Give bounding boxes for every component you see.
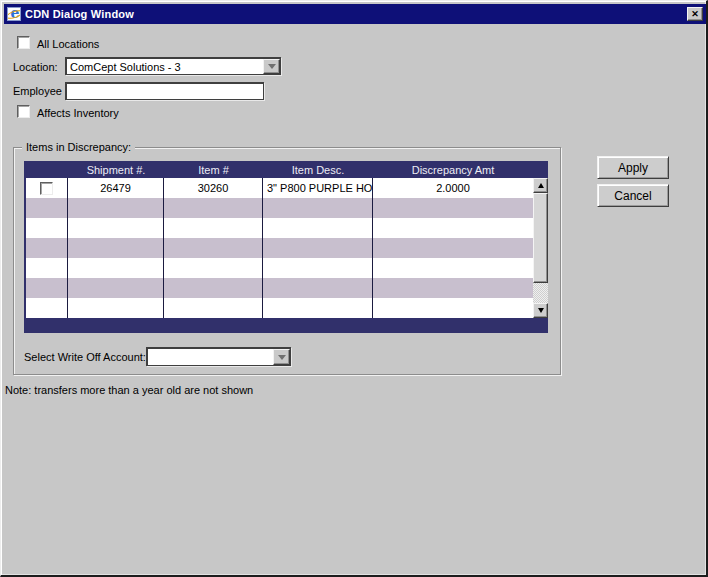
apply-button[interactable]: Apply <box>597 156 669 179</box>
row-checkbox[interactable] <box>40 182 53 195</box>
affects-inventory-label: Affects Inventory <box>37 107 119 119</box>
close-icon[interactable]: ✕ <box>687 7 703 21</box>
table-row[interactable]: 26479 30260 3" P800 PURPLE HO 2.0000 <box>26 178 533 198</box>
grid-footer <box>24 318 548 333</box>
all-locations-label: All Locations <box>37 38 99 50</box>
scrollbar-track[interactable] <box>533 283 548 303</box>
cell-shipment: 26479 <box>68 178 164 198</box>
location-combobox[interactable]: ComCept Solutions - 3 <box>65 57 281 75</box>
table-row-empty <box>26 298 533 318</box>
table-row-empty <box>26 198 533 218</box>
column-header-shipment: Shipment #. <box>68 164 164 176</box>
chevron-down-icon <box>278 355 286 360</box>
column-header-item: Item # <box>164 164 263 176</box>
write-off-combobox[interactable] <box>146 347 291 366</box>
location-dropdown-button[interactable] <box>263 59 280 74</box>
scrollbar-thumb[interactable] <box>533 193 548 283</box>
app-icon: e <box>7 7 21 21</box>
title-bar[interactable]: e CDN Dialog Window ✕ <box>4 4 706 24</box>
cell-desc: 3" P800 PURPLE HO <box>263 178 373 198</box>
location-value: ComCept Solutions - 3 <box>67 59 263 74</box>
column-header-amount: Discrepancy Amt <box>373 164 533 176</box>
employee-label: Employee <box>13 85 62 97</box>
group-title: Items in Discrepancy: <box>22 141 135 153</box>
chevron-down-icon <box>268 64 276 69</box>
location-label: Location: <box>13 61 58 73</box>
scroll-down-icon[interactable] <box>533 303 548 318</box>
cell-item: 30260 <box>164 178 263 198</box>
table-row-empty <box>26 238 533 258</box>
table-row-empty <box>26 278 533 298</box>
grid-body: 26479 30260 3" P800 PURPLE HO 2.0000 <box>26 178 533 318</box>
table-row-empty <box>26 218 533 238</box>
table-row-empty <box>26 258 533 278</box>
cancel-button[interactable]: Cancel <box>597 184 669 207</box>
employee-input[interactable] <box>65 82 264 100</box>
write-off-label: Select Write Off Account: <box>24 351 146 363</box>
affects-inventory-checkbox[interactable] <box>17 105 30 118</box>
cell-amount: 2.0000 <box>373 178 533 198</box>
vertical-scrollbar[interactable] <box>533 178 548 318</box>
items-in-discrepancy-group: Items in Discrepancy: Shipment #. Item #… <box>13 147 561 375</box>
scroll-up-icon[interactable] <box>533 178 548 193</box>
dialog-window: e CDN Dialog Window ✕ All Locations Loca… <box>0 0 708 577</box>
all-locations-checkbox[interactable] <box>17 36 30 49</box>
column-header-desc: Item Desc. <box>263 164 373 176</box>
window-title: CDN Dialog Window <box>25 8 687 20</box>
write-off-value <box>148 349 273 365</box>
discrepancy-grid: Shipment #. Item # Item Desc. Discrepanc… <box>24 161 548 333</box>
grid-header-row: Shipment #. Item # Item Desc. Discrepanc… <box>26 161 533 178</box>
write-off-dropdown-button[interactable] <box>273 349 290 365</box>
note-text: Note: transfers more than a year old are… <box>5 384 253 396</box>
